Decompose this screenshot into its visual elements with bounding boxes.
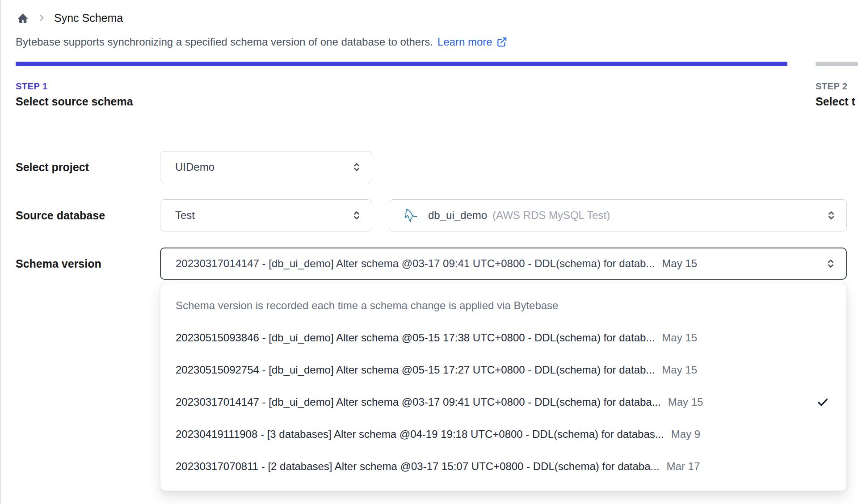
database-select-name: db_ui_demo [428, 209, 487, 222]
project-row: Select project UIDemo [16, 151, 858, 183]
database-select[interactable]: db_ui_demo (AWS RDS MySQL Test) [389, 199, 847, 231]
mysql-icon [404, 208, 421, 223]
chevron-right-icon [37, 13, 46, 22]
step-1: STEP 1 Select source schema [16, 62, 787, 108]
option-date: May 15 [668, 396, 703, 408]
step-1-progress-bar [16, 62, 787, 66]
step-1-title: Select source schema [16, 95, 787, 108]
option-text: 20230515092754 - [db_ui_demo] Alter sche… [176, 364, 655, 376]
option-text: 20230515093846 - [db_ui_demo] Alter sche… [176, 332, 655, 344]
option-text: 20230317070811 - [2 databases] Alter sch… [176, 460, 660, 473]
environment-select-value: Test [175, 209, 195, 222]
option-text: 20230317014147 - [db_ui_demo] Alter sche… [176, 396, 661, 408]
breadcrumb: Sync Schema [16, 10, 858, 26]
source-database-label: Source database [16, 209, 160, 222]
option-date: May 15 [662, 332, 697, 344]
schema-version-dropdown: Schema version is recorded each time a s… [160, 283, 847, 491]
intro-text: Bytebase supports synchronizing a specif… [16, 36, 433, 48]
home-icon[interactable] [16, 11, 29, 25]
source-database-row: Source database Test db_ui_demo (AWS RDS… [16, 199, 858, 231]
project-label: Select project [16, 161, 160, 174]
step-2-progress-bar [816, 62, 858, 66]
chevron-up-down-icon [824, 257, 837, 270]
sync-schema-page: Sync Schema Bytebase supports synchroniz… [1, 0, 858, 504]
environment-select[interactable]: Test [160, 199, 372, 231]
chevron-up-down-icon [350, 209, 363, 222]
intro-line: Bytebase supports synchronizing a specif… [16, 36, 858, 48]
option-date: Mar 17 [667, 460, 700, 473]
external-link-icon[interactable] [496, 36, 508, 48]
step-2-title: Select t [816, 95, 858, 108]
schema-version-select-value: 20230317014147 - [db_ui_demo] Alter sche… [176, 257, 655, 270]
schema-version-option[interactable]: 20230419111908 - [3 databases] Alter sch… [160, 418, 846, 450]
schema-version-row: Schema version 20230317014147 - [db_ui_d… [16, 248, 858, 280]
source-schema-form: Select project UIDemo Source database Te… [16, 151, 858, 491]
schema-version-hint: Schema version is recorded each time a s… [160, 290, 846, 322]
chevron-up-down-icon [825, 209, 837, 222]
database-select-detail: (AWS RDS MySQL Test) [492, 209, 610, 222]
chevron-up-down-icon [350, 161, 363, 173]
step-2: STEP 2 Select t [816, 62, 858, 108]
step-2-label: STEP 2 [816, 81, 858, 92]
learn-more-link[interactable]: Learn more [437, 36, 492, 48]
schema-version-option-selected[interactable]: 20230317014147 - [db_ui_demo] Alter sche… [160, 386, 846, 418]
option-date: May 9 [671, 428, 700, 441]
schema-version-option[interactable]: 20230515093846 - [db_ui_demo] Alter sche… [160, 322, 846, 354]
steps: STEP 1 Select source schema STEP 2 Selec… [16, 62, 858, 108]
option-date: May 15 [662, 364, 697, 376]
project-select-value: UIDemo [175, 161, 214, 173]
project-select[interactable]: UIDemo [160, 151, 372, 183]
page-title: Sync Schema [54, 12, 123, 25]
schema-version-label: Schema version [16, 257, 160, 270]
step-1-label: STEP 1 [16, 81, 787, 92]
schema-version-select[interactable]: 20230317014147 - [db_ui_demo] Alter sche… [160, 248, 847, 280]
schema-version-select-date: May 15 [662, 257, 697, 270]
schema-version-option[interactable]: 20230515092754 - [db_ui_demo] Alter sche… [160, 354, 846, 386]
check-icon [816, 395, 829, 409]
schema-version-option[interactable]: 20230317070811 - [2 databases] Alter sch… [160, 450, 846, 483]
option-text: 20230419111908 - [3 databases] Alter sch… [176, 428, 664, 441]
